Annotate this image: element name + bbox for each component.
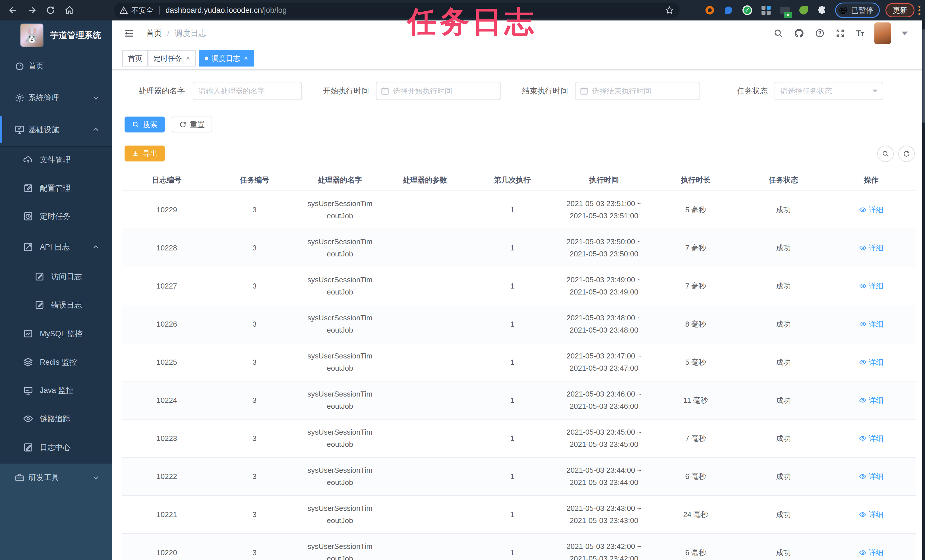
extension-icon-orange-ring[interactable] — [704, 4, 716, 16]
chevron-down-icon — [92, 474, 99, 481]
refresh-table-button[interactable] — [898, 146, 915, 162]
cell-duration: 7 毫秒 — [651, 420, 740, 457]
github-icon[interactable] — [794, 28, 804, 38]
sidebar-item-redis-monitor[interactable]: Redis 监控 — [0, 348, 112, 376]
cell-handler-name: sysUserSessionTimeoutJob — [297, 496, 383, 533]
cell-execute-index: 1 — [467, 496, 557, 533]
extension-icon-on-switch[interactable]: on — [779, 4, 791, 16]
app-logo-area[interactable]: 🐰 芋道管理系统 — [0, 21, 112, 50]
user-avatar[interactable] — [874, 23, 891, 44]
not-secure-label: 不安全 — [131, 5, 154, 15]
scrollbar-thumb[interactable] — [922, 29, 925, 123]
detail-link[interactable]: 详细 — [826, 496, 916, 533]
cell-status: 成功 — [740, 381, 826, 419]
help-icon[interactable] — [815, 29, 825, 38]
job-status-select[interactable]: 请选择任务状态 — [774, 82, 883, 100]
extension-icon-green-check[interactable]: ✓ — [741, 4, 753, 16]
cell-job-id: 3 — [212, 267, 297, 305]
col-handler-param: 处理器的参数 — [383, 170, 467, 190]
calendar-icon — [580, 86, 589, 95]
browser-update-button[interactable]: 更新 — [886, 3, 914, 17]
search-button[interactable]: 搜索 — [125, 117, 165, 132]
sidebar-item-java-monitor[interactable]: Java 监控 — [0, 376, 112, 405]
cell-handler-name: sysUserSessionTimeoutJob — [297, 534, 383, 560]
font-size-icon[interactable]: TT — [856, 29, 863, 38]
start-time-input[interactable] — [376, 82, 501, 100]
page-scrollbar[interactable] — [922, 21, 925, 560]
cell-status: 成功 — [740, 458, 826, 495]
app-logo: 🐰 — [20, 23, 44, 47]
sidebar-item-config-management[interactable]: 配置管理 — [0, 174, 112, 202]
detail-link[interactable]: 详细 — [826, 305, 916, 343]
extension-icon-blue-pin[interactable] — [723, 4, 735, 16]
browser-menu-icon[interactable] — [919, 6, 920, 15]
emoji-extension-icon: 😄 — [839, 5, 848, 15]
sidebar-item-infrastructure[interactable]: 基础设施 — [0, 115, 112, 144]
extensions-puzzle-icon[interactable] — [817, 4, 828, 16]
browser-forward-icon[interactable] — [26, 5, 38, 16]
detail-link[interactable]: 详细 — [826, 534, 916, 560]
url-text: dashboard.yudao.iocoder.cn/job/log — [166, 6, 287, 15]
extension-bar: ✓ on 😄 已暂停 更新 — [704, 0, 925, 21]
table-body: 10229 3 sysUserSessionTimeoutJob 1 2021-… — [122, 191, 916, 560]
end-time-input[interactable] — [575, 82, 700, 100]
handler-name-input[interactable] — [193, 82, 302, 100]
sidebar-item-home[interactable]: 首页 — [0, 52, 112, 80]
cell-log-id: 10228 — [122, 229, 212, 266]
sidebar-item-dev-tools[interactable]: 研发工具 — [0, 463, 112, 492]
breadcrumb-home[interactable]: 首页 — [146, 28, 162, 39]
address-bar[interactable]: 不安全 dashboard.yudao.iocoder.cn/job/log — [114, 3, 679, 18]
detail-link[interactable]: 详细 — [826, 191, 916, 229]
detail-link[interactable]: 详细 — [826, 420, 916, 457]
browser-back-icon[interactable] — [8, 5, 19, 16]
cell-execute-index: 1 — [467, 458, 557, 495]
app-title: 芋道管理系统 — [50, 30, 101, 41]
sidebar-item-log-center[interactable]: 日志中心 — [0, 433, 112, 462]
export-button[interactable]: 导出 — [125, 146, 165, 161]
extension-icon-green-leaf[interactable] — [798, 4, 809, 16]
sidebar-item-scheduled-jobs[interactable]: 定时任务 — [0, 202, 112, 230]
cell-log-id: 10229 — [122, 191, 212, 229]
user-menu-caret-icon[interactable] — [902, 32, 908, 35]
cell-duration: 6 毫秒 — [651, 458, 740, 495]
sidebar-item-mysql-monitor[interactable]: MySQL 监控 — [0, 319, 112, 348]
bookmark-star-icon[interactable] — [665, 6, 674, 15]
sidebar-toggle-icon[interactable] — [124, 27, 135, 39]
cell-execute-time: 2021-05-03 23:46:00 ~ 2021-05-03 23:46:0… — [557, 381, 651, 419]
refresh-icon — [903, 150, 910, 158]
detail-link[interactable]: 详细 — [826, 267, 916, 305]
profile-paused-chip[interactable]: 😄 已暂停 — [835, 3, 880, 18]
cell-execute-time: 2021-05-03 23:51:00 ~ 2021-05-03 23:51:0… — [557, 191, 651, 229]
tab-home[interactable]: 首页 — [122, 50, 148, 66]
browser-home-icon[interactable] — [64, 5, 75, 16]
detail-link[interactable]: 详细 — [826, 381, 916, 419]
reset-button[interactable]: 重置 — [172, 117, 212, 132]
sidebar-item-api-log[interactable]: API 日志 — [0, 233, 112, 261]
detail-link[interactable]: 详细 — [826, 343, 916, 381]
cell-handler-name: sysUserSessionTimeoutJob — [297, 191, 383, 229]
header-search-icon[interactable] — [773, 29, 783, 38]
active-tab-dot — [205, 57, 208, 60]
cell-handler-name: sysUserSessionTimeoutJob — [297, 305, 383, 343]
refresh-icon — [179, 121, 187, 128]
col-execute-time: 执行时间 — [557, 170, 651, 190]
close-tab-icon[interactable]: × — [186, 54, 190, 62]
table-row: 10221 3 sysUserSessionTimeoutJob 1 2021-… — [122, 496, 916, 534]
chevron-up-icon — [92, 126, 99, 133]
toggle-search-button[interactable] — [877, 146, 894, 162]
cell-job-id: 3 — [212, 191, 297, 229]
browser-reload-icon[interactable] — [45, 5, 56, 16]
sidebar-item-access-log[interactable]: 访问日志 — [0, 262, 112, 291]
tab-job-log[interactable]: 调度日志 × — [199, 50, 254, 66]
sidebar-item-file-management[interactable]: 文件管理 — [0, 146, 112, 174]
tab-scheduled-jobs[interactable]: 定时任务 × — [148, 50, 196, 66]
close-tab-icon[interactable]: × — [244, 54, 248, 62]
sidebar-item-error-log[interactable]: 错误日志 — [0, 291, 112, 319]
detail-link[interactable]: 详细 — [826, 458, 916, 495]
fullscreen-icon[interactable] — [835, 29, 845, 38]
cell-duration: 5 毫秒 — [651, 343, 740, 381]
sidebar-item-tracing[interactable]: 链路追踪 — [0, 405, 112, 433]
detail-link[interactable]: 详细 — [826, 229, 916, 266]
sidebar-item-system[interactable]: 系统管理 — [0, 84, 112, 112]
extension-icon-grid[interactable] — [760, 4, 772, 16]
